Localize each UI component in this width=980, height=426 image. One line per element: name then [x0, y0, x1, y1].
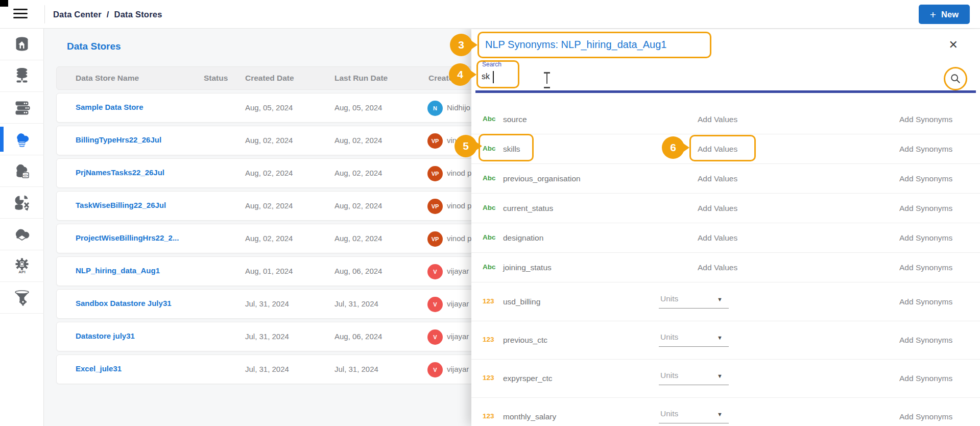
created-by: vinod p	[447, 234, 471, 243]
row-divider	[471, 359, 980, 360]
server-rack-icon	[13, 99, 31, 117]
new-button-label: New	[941, 10, 959, 19]
numeric-type-icon: 123	[483, 412, 494, 420]
units-dropdown[interactable]: Units ▼	[659, 293, 729, 309]
sidebar-item-data-transform[interactable]	[0, 187, 44, 219]
callout-badge-3: 3	[450, 34, 472, 56]
units-dropdown[interactable]: Units ▼	[659, 332, 729, 347]
units-dropdown[interactable]: Units ▼	[659, 408, 729, 423]
data-store-link[interactable]: BillingTypeHrs22_26Jul	[76, 135, 161, 144]
data-transform-icon	[13, 194, 31, 212]
units-placeholder: Units	[660, 294, 678, 303]
last-run-date: Aug, 06, 2024	[334, 267, 382, 275]
add-synonyms-link[interactable]: Add Synonyms	[899, 297, 952, 306]
data-store-link[interactable]: TaskWiseBilling22_26Jul	[76, 201, 166, 209]
new-button[interactable]: + New	[919, 5, 970, 24]
funnel-gear-icon	[13, 289, 31, 307]
sidebar-item-data-center-home[interactable]	[0, 29, 44, 60]
field-name: expyrsper_ctc	[503, 374, 552, 383]
data-store-link[interactable]: Sample Data Store	[76, 103, 144, 111]
created-date: Aug, 02, 2024	[245, 234, 293, 243]
field-name: joining_status	[503, 263, 552, 272]
api-gear-icon: API	[13, 257, 31, 275]
add-synonyms-link[interactable]: Add Synonyms	[899, 233, 952, 243]
add-values-link[interactable]: Add Values	[698, 204, 737, 213]
created-date: Jul, 31, 2024	[245, 365, 289, 373]
units-dropdown[interactable]: Units ▼	[659, 370, 729, 385]
sidebar-item-databases[interactable]	[0, 60, 44, 92]
data-store-link[interactable]: Datastore july31	[76, 332, 135, 340]
field-name: designation	[503, 233, 543, 243]
search-label: Search	[482, 61, 501, 68]
numeric-type-icon: 123	[483, 336, 494, 343]
avatar: N	[427, 101, 443, 116]
data-store-link[interactable]: Excel_jule31	[76, 364, 122, 373]
add-synonyms-link[interactable]: Add Synonyms	[899, 115, 952, 124]
sidebar-item-servers[interactable]	[0, 92, 44, 124]
text-type-icon: Abc	[483, 233, 496, 241]
add-values-link[interactable]: Add Values	[698, 145, 737, 154]
add-values-link[interactable]: Add Values	[698, 263, 737, 272]
search-input[interactable]: sk	[482, 72, 490, 81]
add-synonyms-link[interactable]: Add Synonyms	[899, 336, 952, 345]
chevron-down-icon: ▼	[717, 411, 723, 417]
chevron-down-icon: ▼	[717, 373, 723, 379]
menu-icon[interactable]	[13, 9, 28, 20]
add-synonyms-link[interactable]: Add Synonyms	[899, 145, 952, 154]
field-name: previous_organisation	[503, 174, 581, 183]
chevron-down-icon: ▼	[717, 335, 723, 341]
add-synonyms-link[interactable]: Add Synonyms	[899, 374, 952, 383]
data-store-link[interactable]: NLP_hiring_data_Aug1	[76, 266, 160, 275]
avatar: V	[427, 362, 443, 377]
row-divider	[471, 163, 980, 164]
row-divider	[471, 223, 980, 223]
sidebar-item-api[interactable]: API	[0, 250, 44, 282]
add-synonyms-link[interactable]: Add Synonyms	[899, 412, 952, 421]
chevron-down-icon: ▼	[717, 296, 723, 302]
sidebar-item-cloud-code[interactable]: </>	[0, 155, 44, 187]
add-synonyms-link[interactable]: Add Synonyms	[899, 263, 952, 272]
close-icon[interactable]: ✕	[949, 38, 958, 52]
units-placeholder: Units	[660, 371, 678, 380]
units-placeholder: Units	[660, 409, 678, 418]
database-stack-icon	[13, 67, 31, 85]
created-date: Aug, 05, 2024	[245, 103, 293, 112]
data-store-link[interactable]: PrjNamesTasks22_26Jul	[76, 168, 164, 177]
sidebar-item-model-funnel[interactable]	[0, 282, 44, 314]
callout-badge-5: 5	[455, 135, 477, 157]
field-name: source	[503, 115, 527, 124]
add-values-link[interactable]: Add Values	[698, 233, 737, 243]
created-by: vijayar	[447, 267, 469, 275]
add-synonyms-link[interactable]: Add Synonyms	[899, 204, 952, 213]
text-type-icon: Abc	[483, 204, 496, 211]
sidebar: </>	[0, 29, 44, 426]
search-icon[interactable]	[950, 73, 961, 84]
data-store-link[interactable]: ProjectWiseBillingHrs22_2...	[76, 233, 179, 242]
field-name: skills	[503, 145, 520, 154]
text-type-icon: Abc	[483, 174, 496, 182]
field-name: previous_ctc	[503, 336, 547, 345]
breadcrumb: Data Center / Data Stores	[53, 0, 162, 29]
last-run-date: Aug, 02, 2024	[334, 201, 382, 210]
breadcrumb-parent[interactable]: Data Center	[53, 10, 102, 19]
callout-badge-6: 6	[662, 136, 684, 159]
breadcrumb-current[interactable]: Data Stores	[114, 10, 162, 19]
numeric-type-icon: 123	[483, 297, 494, 305]
panel-title: NLP Synonyms: NLP_hiring_data_Aug1	[485, 39, 666, 51]
add-values-link[interactable]: Add Values	[698, 115, 737, 124]
row-divider	[471, 397, 980, 398]
sidebar-item-data-stores[interactable]	[0, 124, 44, 155]
sidebar-item-cloud-layers[interactable]	[0, 219, 44, 250]
data-store-link[interactable]: Sandbox Datastore July31	[76, 299, 172, 307]
add-values-link[interactable]: Add Values	[698, 174, 737, 183]
col-created-date: Created Date	[245, 74, 294, 83]
text-type-icon: Abc	[483, 263, 496, 271]
avatar: V	[427, 264, 443, 279]
api-icon-label: API	[18, 270, 25, 274]
last-run-date: Aug, 06, 2024	[334, 332, 382, 341]
text-type-icon: Abc	[483, 145, 496, 152]
cloud-code-icon: </>	[13, 162, 31, 180]
add-synonyms-link[interactable]: Add Synonyms	[899, 174, 952, 183]
units-placeholder: Units	[660, 333, 678, 342]
row-divider	[471, 321, 980, 321]
